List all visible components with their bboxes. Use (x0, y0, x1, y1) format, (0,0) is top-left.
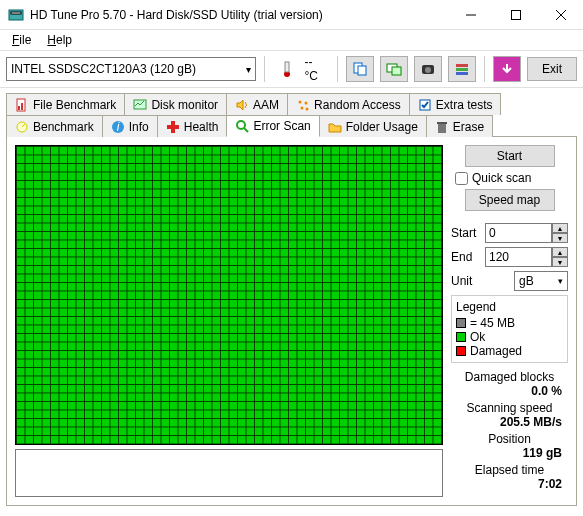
end-spinner[interactable]: ▲▼ (485, 247, 568, 267)
toolbar: INTEL SSDSC2CT120A3 (120 gB) ▾ -- °C Exi… (0, 50, 583, 88)
legend-damaged-icon (456, 346, 466, 356)
elapsed-value: 7:02 (451, 477, 568, 491)
tab-random-access[interactable]: Random Access (287, 93, 410, 115)
svg-rect-1 (11, 12, 21, 14)
copy-screenshot-button[interactable] (380, 56, 408, 82)
scan-grid (15, 145, 443, 445)
app-icon (8, 7, 24, 23)
unit-select[interactable]: gB ▾ (514, 271, 568, 291)
svg-rect-18 (18, 106, 20, 110)
svg-point-21 (299, 100, 302, 103)
position-value: 119 gB (451, 446, 568, 460)
up-icon[interactable]: ▲ (552, 223, 568, 233)
svg-rect-9 (358, 66, 366, 75)
start-spinner[interactable]: ▲▼ (485, 223, 568, 243)
svg-rect-34 (438, 124, 446, 133)
svg-line-33 (244, 128, 248, 132)
svg-text:i: i (116, 120, 119, 134)
legend: Legend = 45 MB Ok Damaged (451, 295, 568, 363)
log-box (15, 449, 443, 497)
exit-button[interactable]: Exit (527, 57, 577, 81)
start-scan-button[interactable]: Start (465, 145, 555, 167)
legend-ok-icon (456, 332, 466, 342)
legend-block-icon (456, 318, 466, 328)
svg-rect-16 (456, 72, 468, 75)
up-icon[interactable]: ▲ (552, 247, 568, 257)
svg-point-32 (237, 121, 245, 129)
svg-rect-14 (456, 64, 468, 67)
end-input[interactable] (485, 247, 552, 267)
svg-point-23 (301, 106, 304, 109)
title-bar: HD Tune Pro 5.70 - Hard Disk/SSD Utility… (0, 0, 583, 30)
temperature (273, 56, 301, 82)
quick-scan-input[interactable] (455, 172, 468, 185)
start-input[interactable] (485, 223, 552, 243)
svg-point-22 (305, 101, 308, 104)
svg-point-24 (306, 107, 309, 110)
speed-value: 205.5 MB/s (451, 415, 568, 429)
menu-help[interactable]: Help (41, 31, 78, 49)
speed-map-button[interactable]: Speed map (465, 189, 555, 211)
dropdown-icon: ▾ (246, 64, 251, 75)
save-screenshot-button[interactable] (414, 56, 442, 82)
svg-rect-19 (21, 103, 23, 110)
tab-health[interactable]: Health (157, 115, 228, 137)
tab-folder-usage[interactable]: Folder Usage (319, 115, 427, 137)
window-title: HD Tune Pro 5.70 - Hard Disk/SSD Utility… (30, 8, 448, 22)
tabs-row-1: File Benchmark Disk monitor AAM Random A… (6, 92, 577, 114)
unit-label: Unit (451, 274, 481, 288)
tab-error-scan[interactable]: Error Scan (226, 115, 319, 137)
down-icon[interactable]: ▼ (552, 233, 568, 243)
quick-scan-checkbox[interactable]: Quick scan (451, 171, 568, 185)
drive-label: INTEL SSDSC2CT120A3 (120 gB) (11, 62, 196, 76)
maximize-button[interactable] (493, 0, 538, 30)
svg-rect-35 (437, 122, 447, 124)
save-button[interactable] (493, 56, 521, 82)
tab-benchmark[interactable]: Benchmark (6, 115, 103, 137)
svg-rect-11 (392, 67, 401, 75)
tab-file-benchmark[interactable]: File Benchmark (6, 93, 125, 115)
tab-disk-monitor[interactable]: Disk monitor (124, 93, 227, 115)
svg-rect-31 (167, 125, 179, 129)
temperature-value: -- °C (305, 55, 330, 83)
tab-content: Start Quick scan Speed map Start ▲▼ End … (6, 136, 577, 506)
stats: Damaged blocks 0.0 % Scanning speed 205.… (451, 367, 568, 491)
drive-select[interactable]: INTEL SSDSC2CT120A3 (120 gB) ▾ (6, 57, 256, 81)
svg-rect-7 (285, 62, 289, 72)
menu-bar: File Help (0, 30, 583, 50)
menu-file[interactable]: File (6, 31, 37, 49)
close-button[interactable] (538, 0, 583, 30)
start-label: Start (451, 226, 481, 240)
end-label: End (451, 250, 481, 264)
tab-extra-tests[interactable]: Extra tests (409, 93, 502, 115)
options-button[interactable] (448, 56, 476, 82)
damaged-value: 0.0 % (451, 384, 568, 398)
svg-rect-3 (511, 10, 520, 19)
dropdown-icon: ▾ (558, 276, 563, 286)
svg-rect-15 (456, 68, 468, 71)
down-icon[interactable]: ▼ (552, 257, 568, 267)
tab-erase[interactable]: Erase (426, 115, 493, 137)
tab-info[interactable]: iInfo (102, 115, 158, 137)
minimize-button[interactable] (448, 0, 493, 30)
tabs-row-2: Benchmark iInfo Health Error Scan Folder… (6, 114, 577, 136)
svg-point-13 (425, 67, 431, 73)
tab-aam[interactable]: AAM (226, 93, 288, 115)
copy-info-button[interactable] (346, 56, 374, 82)
